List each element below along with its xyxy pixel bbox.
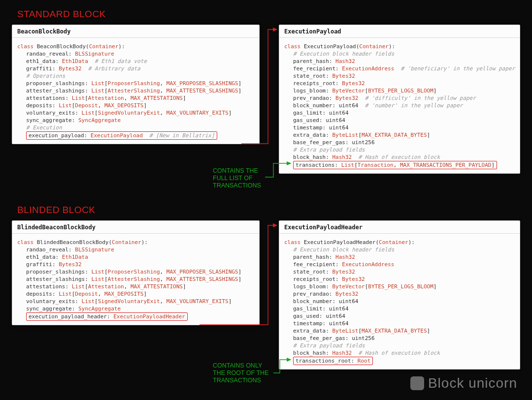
highlight-transactions: transactions: List[Transaction, MAX_TRAN…	[293, 161, 497, 169]
diagram-root: { "section_titles": { "standard": "STAND…	[0, 0, 532, 400]
annotation-root-only: CONTAINS ONLYTHE ROOT OF THETRANSACTIONS	[213, 362, 268, 384]
card-title-ep: ExecutionPayload	[279, 25, 520, 38]
card-body-bbb: class BeaconBlockBody(Container): randao…	[12, 38, 259, 144]
highlight-execution-payload-header: execution_payload_header: ExecutionPaylo…	[26, 312, 188, 321]
watermark-text: Block unicorn	[428, 375, 517, 391]
card-body-bbbb: class BlindedBeaconBlockBody(Container):…	[12, 234, 259, 325]
section-title-standard: STANDARD BLOCK	[17, 9, 106, 20]
annotation-full-list: CONTAINS THEFULL LIST OFTRANSACTIONS	[213, 167, 261, 189]
watermark-icon	[410, 376, 424, 390]
card-beacon-block-body: BeaconBlockBody class BeaconBlockBody(Co…	[12, 25, 260, 144]
card-blinded-beacon-block-body: BlindedBeaconBlockBody class BlindedBeac…	[12, 220, 260, 325]
section-title-blinded: BLINDED BLOCK	[17, 205, 96, 215]
card-title-bbbb: BlindedBeaconBlockBody	[12, 221, 259, 234]
card-title-bbb: BeaconBlockBody	[12, 25, 259, 38]
highlight-transactions-root: transactions_root: Root	[293, 357, 373, 365]
highlight-execution-payload: execution_payload: ExecutionPayload # [N…	[26, 131, 217, 140]
card-execution-payload-header: ExecutionPayloadHeader class ExecutionPa…	[279, 220, 520, 369]
card-title-eph: ExecutionPayloadHeader	[279, 221, 520, 234]
card-execution-payload: ExecutionPayload class ExecutionPayload(…	[279, 25, 520, 174]
card-body-eph: class ExecutionPayloadHeader(Container):…	[279, 234, 520, 369]
watermark: Block unicorn	[410, 375, 517, 391]
card-body-ep: class ExecutionPayload(Container): # Exe…	[279, 38, 520, 173]
